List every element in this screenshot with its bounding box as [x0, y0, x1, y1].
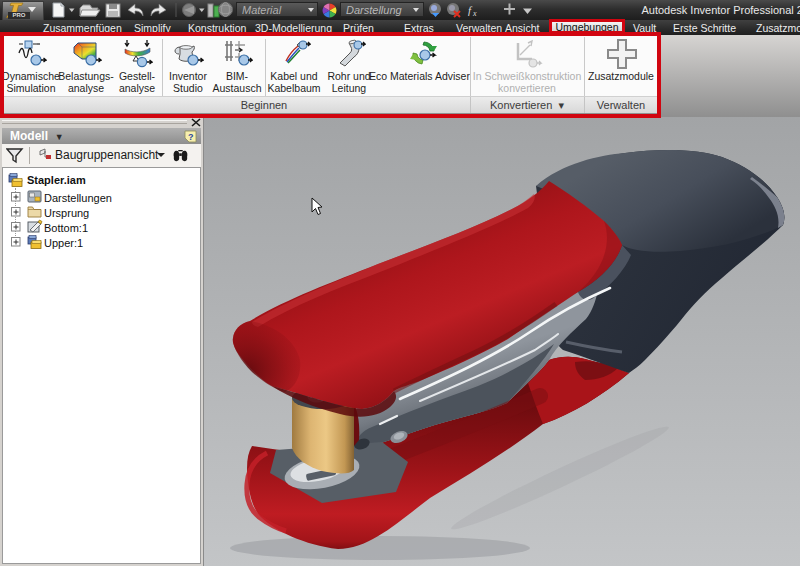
svg-text:?: ? [188, 132, 194, 142]
svg-text:x: x [472, 9, 477, 18]
